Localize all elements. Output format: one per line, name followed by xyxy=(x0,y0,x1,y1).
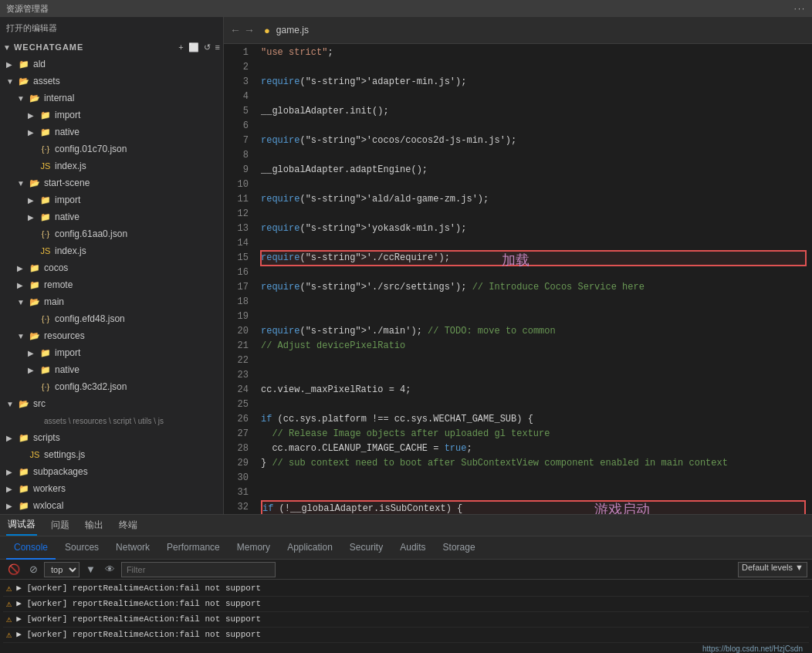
icon-cocos: 📁 xyxy=(28,263,42,273)
tab-filename[interactable]: game.js xyxy=(276,25,309,36)
msg-text: ▶ [worker] reportRealtimeAction:fail not… xyxy=(16,614,261,624)
devtool-tab-audits[interactable]: Audits xyxy=(392,536,433,560)
bottom-tab-terminal[interactable]: 终端 xyxy=(117,516,139,535)
icon-remote: 📁 xyxy=(28,280,42,290)
nav-forward[interactable]: → xyxy=(244,24,255,36)
icon-import2: 📁 xyxy=(39,195,52,205)
console-context-select[interactable]: top xyxy=(44,562,80,577)
label-subpackages: subpackages xyxy=(33,466,88,477)
bottom-tab-debug[interactable]: 调试器 xyxy=(6,515,37,536)
code-line-16 xyxy=(261,266,806,280)
icon-src: 📂 xyxy=(17,399,31,409)
new-file-icon[interactable]: + xyxy=(178,42,183,52)
sidebar-item-ald[interactable]: ▶ 📁 ald xyxy=(0,56,223,73)
sidebar-item-import[interactable]: ▶ 📁 import xyxy=(0,107,223,123)
console-messages[interactable]: ⚠▶ [worker] reportRealtimeAction:fail no… xyxy=(0,580,812,653)
sidebar-item-assets[interactable]: ▼ 📂 assets xyxy=(0,73,223,90)
sidebar-item-resources[interactable]: ▼ 📂 resources xyxy=(0,327,223,344)
icon-config9c3d2: {·} xyxy=(39,382,52,391)
devtool-tab-console[interactable]: Console xyxy=(6,536,56,560)
label-main: main xyxy=(44,296,64,307)
arrow-subpackages: ▶ xyxy=(6,468,17,476)
sidebar-item-native[interactable]: ▶ 📁 native xyxy=(0,123,223,140)
devtool-tab-performance[interactable]: Performance xyxy=(159,536,228,560)
msg-text: ▶ [worker] reportRealtimeAction:fail not… xyxy=(16,629,261,639)
sidebar-project-section[interactable]: ▼ WECHATGAME + ⬜ ↺ ≡ xyxy=(0,39,223,56)
code-line-14 xyxy=(261,236,806,251)
devtool-tab-network[interactable]: Network xyxy=(108,536,157,560)
icon-config61aa0: {·} xyxy=(39,229,52,239)
icon-ald: 📁 xyxy=(17,59,31,69)
code-line-8 xyxy=(261,148,806,163)
sidebar-action-icons: + ⬜ ↺ ≡ xyxy=(178,42,220,52)
arrow-remote: ▶ xyxy=(17,281,28,289)
arrow-native2: ▶ xyxy=(28,213,39,222)
arrow-native: ▶ xyxy=(28,128,39,137)
sidebar-item-workers[interactable]: ▶ 📁 workers xyxy=(0,480,223,497)
bottom-tab-output[interactable]: 输出 xyxy=(83,516,105,535)
label-index_js: index.js xyxy=(55,161,86,171)
console-clear-btn[interactable]: 🚫 xyxy=(5,562,23,577)
sidebar-item-import3[interactable]: ▶ 📁 import xyxy=(0,344,223,361)
sidebar-item-cocos[interactable]: ▶ 📁 cocos xyxy=(0,259,223,276)
label-config_efd48: config.efd48.json xyxy=(55,313,125,324)
sidebar-item-assets_path[interactable]: assets \ resources \ script \ utils \ js xyxy=(0,412,223,429)
console-filter-input[interactable] xyxy=(121,562,276,577)
sidebar-item-config01c70[interactable]: {·} config.01c70.json xyxy=(0,140,223,157)
code-line-21: // Adjust devicePixelRatio xyxy=(261,339,806,354)
sidebar-item-wxlocal[interactable]: ▶ 📁 wxlocal xyxy=(0,497,223,514)
warn-icon: ⚠ xyxy=(6,614,12,625)
sidebar-item-settings_js[interactable]: JS settings.js xyxy=(0,446,223,463)
console-filter-btn[interactable]: ⊘ xyxy=(26,562,41,577)
sidebar-item-native2[interactable]: ▶ 📁 native xyxy=(0,208,223,225)
sidebar-item-main[interactable]: ▼ 📂 main xyxy=(0,293,223,310)
bottom-tabs-bar: 调试器问题输出终端 xyxy=(0,515,812,536)
devtool-tab-storage[interactable]: Storage xyxy=(435,536,483,560)
console-dropdown-btn[interactable]: ▼ xyxy=(83,562,99,577)
sidebar-item-internal[interactable]: ▼ 📂 internal xyxy=(0,90,223,107)
code-line-17: require("s-string">'./src/settings'); //… xyxy=(261,280,806,295)
line-numbers: 1234567891011121314151617181920212223242… xyxy=(224,44,255,514)
icon-index_js: JS xyxy=(39,161,52,171)
code-line-24: cc.view._maxPixelRatio = 4; xyxy=(261,383,806,398)
devtool-tab-security[interactable]: Security xyxy=(342,536,391,560)
console-eye-btn[interactable]: 👁 xyxy=(102,562,118,577)
sidebar-item-scripts[interactable]: ▶ 📁 scripts xyxy=(0,429,223,446)
sidebar-item-index_js[interactable]: JS index.js xyxy=(0,157,223,174)
sidebar-item-index_js2[interactable]: JS index.js xyxy=(0,242,223,259)
collapse-icon[interactable]: ≡ xyxy=(215,42,220,52)
icon-subpackages: 📁 xyxy=(17,467,31,477)
arrow-import3: ▶ xyxy=(28,349,39,357)
sidebar-item-config_efd48[interactable]: {·} config.efd48.json xyxy=(0,310,223,327)
sidebar-item-subpackages[interactable]: ▶ 📁 subpackages xyxy=(0,463,223,480)
devtool-tab-memory[interactable]: Memory xyxy=(229,536,278,560)
tab-file-icon: ● xyxy=(264,25,270,36)
devtool-tab-sources[interactable]: Sources xyxy=(57,536,107,560)
label-wxlocal: wxlocal xyxy=(33,500,63,511)
code-line-11: require("s-string">'ald/ald-game-zm.js')… xyxy=(261,192,806,207)
label-internal: internal xyxy=(44,93,74,103)
refresh-icon[interactable]: ↺ xyxy=(204,42,211,52)
arrow-main: ▼ xyxy=(17,298,28,306)
sidebar-item-native3[interactable]: ▶ 📁 native xyxy=(0,361,223,378)
label-index_js2: index.js xyxy=(55,245,86,256)
code-line-23 xyxy=(261,368,806,383)
devtool-tab-application[interactable]: Application xyxy=(279,536,340,560)
icon-native: 📁 xyxy=(39,127,52,137)
top-bar-menu[interactable]: ··· xyxy=(794,4,806,13)
code-line-4 xyxy=(261,90,806,104)
code-content[interactable]: "use strict"; require("s-string">'adapte… xyxy=(255,44,812,514)
label-remote: remote xyxy=(44,279,73,290)
sidebar-item-src[interactable]: ▼ 📂 src xyxy=(0,395,223,412)
sidebar-item-remote[interactable]: ▶ 📁 remote xyxy=(0,276,223,293)
console-level-select[interactable]: Default levels ▼ xyxy=(738,562,807,577)
sidebar-item-import2[interactable]: ▶ 📁 import xyxy=(0,191,223,208)
arrow-src: ▼ xyxy=(6,400,17,408)
arrow-native3: ▶ xyxy=(28,366,39,374)
bottom-tab-problems[interactable]: 问题 xyxy=(49,516,71,535)
sidebar-item-start_scene[interactable]: ▼ 📂 start-scene xyxy=(0,174,223,191)
new-folder-icon[interactable]: ⬜ xyxy=(188,42,199,52)
sidebar-item-config9c3d2[interactable]: {·} config.9c3d2.json xyxy=(0,378,223,395)
sidebar-item-config61aa0[interactable]: {·} config.61aa0.json xyxy=(0,225,223,242)
nav-back[interactable]: ← xyxy=(230,24,241,36)
